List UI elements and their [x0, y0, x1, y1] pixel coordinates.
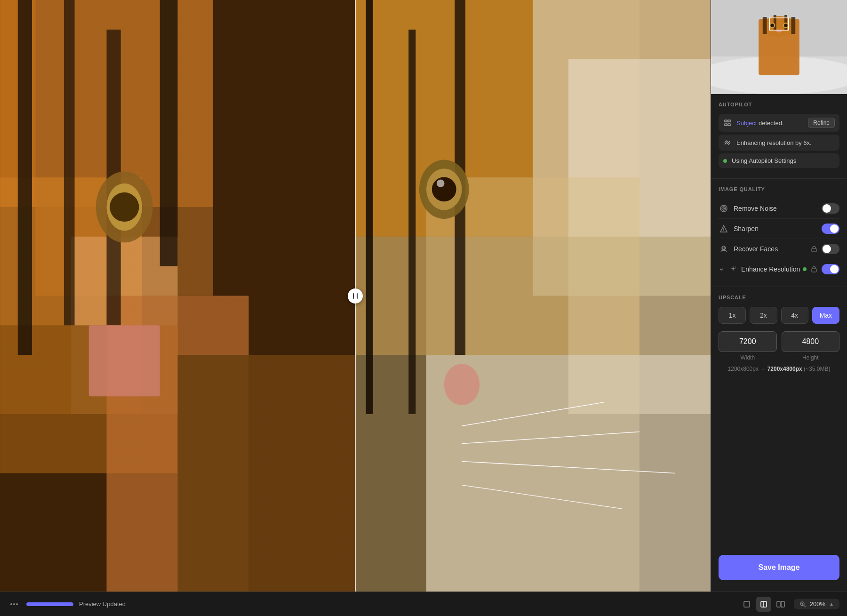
svg-rect-17 [0, 0, 355, 592]
svg-point-31 [432, 177, 456, 201]
svg-point-70 [11, 603, 12, 604]
recover-faces-row: Recover Faces [719, 239, 839, 259]
svg-point-62 [723, 208, 725, 209]
image-quality-title: IMAGE QUALITY [719, 186, 839, 192]
subject-detect-text: Subject detected. [736, 120, 803, 127]
view-side-by-side-button[interactable] [773, 597, 788, 612]
autopilot-settings-item: Using Autopilot Settings [719, 153, 839, 168]
upscale-2x-button[interactable]: 2x [750, 307, 777, 324]
enhance-sparkle-icon [729, 265, 737, 273]
subject-detect-icon [723, 119, 732, 127]
enhance-resolution-row: Enhance Resolution [719, 259, 839, 279]
recover-faces-icon [719, 244, 729, 254]
preview-updated-text: Preview Updated [79, 600, 126, 608]
svg-rect-73 [744, 601, 750, 607]
sidebar-bottom: Save Image [711, 547, 847, 592]
autopilot-subject-item: Subject detected. Refine [719, 114, 839, 132]
width-label: Width [719, 354, 777, 361]
view-single-button[interactable] [739, 597, 754, 612]
image-quality-section: IMAGE QUALITY Remove Noise [711, 179, 847, 287]
svg-point-71 [14, 603, 15, 604]
resolution-icon [723, 138, 732, 147]
enhance-dot [803, 267, 807, 271]
remove-noise-row: Remove Noise [719, 199, 839, 219]
svg-point-60 [720, 205, 727, 212]
split-handle[interactable] [348, 288, 363, 304]
sharpen-row: Sharpen [719, 219, 839, 239]
svg-rect-76 [777, 601, 780, 607]
resolution-info: 1200x800px → 7200x4800px (~35.0MB) [719, 366, 839, 372]
view-buttons [739, 597, 788, 612]
remove-noise-label: Remove Noise [734, 205, 822, 212]
upscale-max-button[interactable]: Max [812, 307, 839, 324]
recover-faces-label: Recover Faces [734, 245, 810, 253]
svg-rect-77 [781, 601, 784, 607]
thumbnail-container [711, 0, 847, 94]
view-split-button[interactable] [756, 597, 771, 612]
svg-point-53 [784, 24, 787, 27]
enhance-resolution-toggle[interactable] [822, 264, 839, 274]
enhance-lock [810, 265, 818, 273]
split-image [0, 0, 711, 592]
menu-icon-button[interactable] [8, 598, 21, 611]
zoom-control: 200% ▲ [794, 599, 839, 609]
sharpen-icon [719, 224, 729, 234]
svg-point-61 [722, 207, 726, 210]
refine-button[interactable]: Refine [808, 118, 835, 128]
autopilot-section: AUTOPILOT Subject detected. Re [711, 94, 847, 179]
svg-rect-49 [791, 17, 796, 34]
image-right-enhanced [355, 0, 711, 592]
upscale-1x-button[interactable]: 1x [719, 307, 746, 324]
image-left-pixelated [0, 0, 355, 592]
zoom-arrow-icon[interactable]: ▲ [829, 601, 834, 607]
svg-point-52 [770, 24, 774, 27]
enhance-chevron-icon[interactable] [719, 265, 726, 273]
height-box: Height [782, 331, 840, 361]
progress-bar-fill [26, 602, 73, 606]
svg-rect-26 [366, 0, 373, 414]
resolution-text: Enhancing resolution by 6x. [736, 139, 835, 146]
zoom-icon [799, 601, 806, 608]
svg-rect-58 [725, 124, 727, 126]
svg-point-38 [444, 364, 480, 405]
autopilot-resolution-item: Enhancing resolution by 6x. [719, 135, 839, 151]
svg-rect-40 [357, 293, 358, 299]
svg-point-32 [437, 179, 445, 187]
svg-rect-27 [408, 30, 416, 414]
svg-rect-68 [812, 248, 816, 252]
svg-rect-39 [353, 293, 354, 299]
save-image-button[interactable]: Save Image [719, 555, 839, 580]
recover-faces-toggle[interactable] [822, 244, 839, 254]
bottom-bar: Preview Updated 200% ▲ [0, 592, 847, 616]
svg-rect-46 [763, 17, 767, 34]
svg-point-67 [724, 248, 725, 248]
autopilot-title: AUTOPILOT [719, 102, 839, 107]
svg-rect-69 [812, 269, 816, 272]
progress-bar-container [26, 602, 73, 606]
zoom-level-text: 200% [810, 600, 825, 608]
upscale-4x-button[interactable]: 4x [781, 307, 808, 324]
sharpen-toggle[interactable] [822, 224, 839, 234]
sidebar: AUTOPILOT Subject detected. Re [711, 0, 847, 592]
upscale-title: UPSCALE [719, 295, 839, 300]
svg-rect-57 [728, 120, 730, 122]
remove-noise-icon [719, 203, 729, 214]
enhance-resolution-label: Enhance Resolution [741, 265, 803, 273]
height-label: Height [782, 354, 840, 361]
remove-noise-toggle[interactable] [822, 203, 839, 214]
sidebar-scroll: AUTOPILOT Subject detected. Re [711, 94, 847, 547]
sharpen-label: Sharpen [734, 225, 822, 232]
height-input[interactable] [782, 331, 840, 352]
upscale-button-group: 1x 2x 4x Max [719, 307, 839, 324]
svg-rect-56 [725, 120, 727, 122]
main-container: AUTOPILOT Subject detected. Re [0, 0, 847, 592]
settings-text: Using Autopilot Settings [732, 157, 835, 164]
width-input[interactable] [719, 331, 777, 352]
svg-point-72 [16, 603, 17, 604]
upscale-section: UPSCALE 1x 2x 4x Max Width Height [711, 287, 847, 380]
svg-rect-59 [728, 124, 730, 126]
recover-faces-lock [810, 245, 818, 253]
width-box: Width [719, 331, 777, 361]
settings-dot [723, 159, 727, 163]
svg-rect-47 [774, 15, 776, 30]
